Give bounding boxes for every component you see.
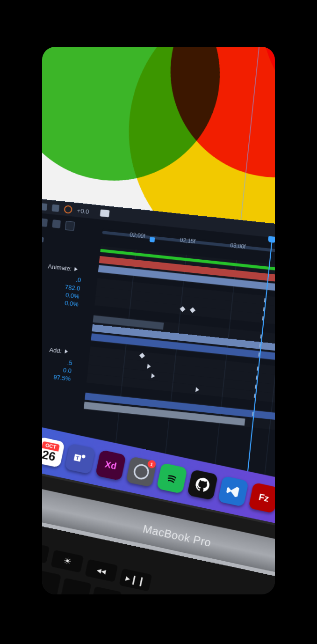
dock-app-teams[interactable]: T xyxy=(65,443,96,475)
notification-badge: 1 xyxy=(147,460,156,469)
region-icon[interactable] xyxy=(42,203,47,211)
key-rewind[interactable]: ◂◂ xyxy=(85,559,118,582)
color-manage-icon[interactable] xyxy=(64,205,72,214)
exposure-value[interactable]: +0.0 xyxy=(77,207,89,215)
keyframe-ease-icon[interactable] xyxy=(195,387,200,393)
photo-scene: +0.0 0;00;03;10 Animate: .0 782.0 0.0% 0… xyxy=(42,47,275,594)
animate-menu[interactable]: Animate: xyxy=(48,263,78,273)
snapshot-icon[interactable] xyxy=(100,209,109,217)
dock-app-settings[interactable]: 1 xyxy=(126,456,157,488)
bin-icon[interactable] xyxy=(42,218,48,227)
keyframe-diamond-icon[interactable] xyxy=(190,307,195,313)
dock-app-calendar[interactable]: OCT26 xyxy=(42,437,65,468)
arrow-right-icon xyxy=(74,267,78,271)
key[interactable] xyxy=(59,578,91,594)
svg-point-2 xyxy=(81,454,86,459)
dock-app-vscode[interactable] xyxy=(217,476,249,507)
keyframe-diamond-icon[interactable] xyxy=(139,353,145,359)
dock-app-spotify[interactable] xyxy=(156,463,187,494)
3d-icon[interactable] xyxy=(42,237,44,242)
keyframe-diamond-icon[interactable] xyxy=(180,306,185,312)
keyframe-ease-icon[interactable] xyxy=(147,364,151,369)
ruler-tick: 02;15f xyxy=(180,237,195,244)
in-point-marker[interactable] xyxy=(150,237,155,242)
dock-app-filezilla[interactable]: Fz xyxy=(248,482,275,513)
render-queue-icon[interactable] xyxy=(65,221,75,231)
key[interactable] xyxy=(89,586,122,594)
grid-icon[interactable] xyxy=(52,204,60,212)
photo-card: +0.0 0;00;03;10 Animate: .0 782.0 0.0% 0… xyxy=(42,47,275,594)
dock-app-xd[interactable]: Xd xyxy=(95,450,127,481)
swatch-icon[interactable] xyxy=(52,220,61,228)
key[interactable] xyxy=(42,569,61,594)
keyframe-ease-icon[interactable] xyxy=(151,373,155,379)
add-menu[interactable]: Add: xyxy=(49,346,68,355)
key-brightness-up[interactable]: ☀︎ xyxy=(50,550,84,573)
panel-icon-row xyxy=(42,217,75,231)
calendar-day: 26 xyxy=(42,448,57,463)
dock-app-github[interactable] xyxy=(187,469,218,501)
arrow-right-icon xyxy=(65,350,68,354)
ruler-tick: 02;00f xyxy=(130,232,145,239)
ruler-tick: 03;00f xyxy=(230,242,246,250)
key-play-pause[interactable]: ▸❙❙ xyxy=(119,568,152,591)
